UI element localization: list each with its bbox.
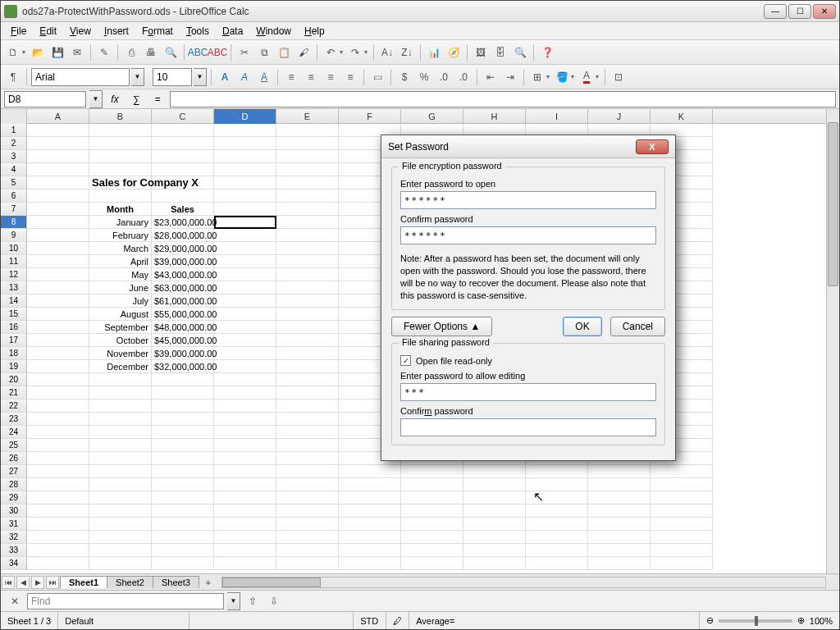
cell[interactable] xyxy=(463,504,526,518)
cell[interactable] xyxy=(89,452,152,465)
col-header-E[interactable]: E xyxy=(276,109,339,124)
menu-view[interactable]: View xyxy=(63,24,98,39)
edit-password-input[interactable] xyxy=(400,383,656,401)
cell[interactable] xyxy=(152,504,214,518)
cell[interactable] xyxy=(89,531,152,544)
borders-icon[interactable]: ⊞ xyxy=(528,68,546,86)
cell[interactable] xyxy=(152,124,214,137)
cell[interactable] xyxy=(588,531,651,544)
cell[interactable] xyxy=(339,557,401,570)
cell[interactable] xyxy=(152,373,214,386)
cell[interactable] xyxy=(214,203,276,216)
row-header[interactable]: 12 xyxy=(1,268,27,281)
new-icon[interactable]: 🗋 xyxy=(4,43,22,62)
cell[interactable]: Sales xyxy=(152,203,214,216)
gallery-icon[interactable]: 🖼 xyxy=(472,43,490,62)
row-header[interactable]: 17 xyxy=(1,334,27,347)
row-header[interactable]: 14 xyxy=(1,294,27,308)
col-header-I[interactable]: I xyxy=(526,109,588,124)
cell[interactable] xyxy=(152,399,214,413)
cell[interactable] xyxy=(276,426,339,439)
zoom-slider[interactable] xyxy=(719,619,792,623)
cell[interactable] xyxy=(152,189,214,203)
sum-icon[interactable]: ∑ xyxy=(127,91,145,107)
cell[interactable] xyxy=(276,281,339,294)
cell[interactable] xyxy=(651,518,713,531)
cell[interactable] xyxy=(214,242,276,255)
cell[interactable] xyxy=(214,229,276,242)
sort-desc-icon[interactable]: Z↓ xyxy=(398,43,416,62)
menu-insert[interactable]: Insert xyxy=(98,24,135,39)
cell[interactable] xyxy=(27,137,89,150)
cell[interactable] xyxy=(27,229,89,242)
align-right-icon[interactable]: ≡ xyxy=(322,68,340,86)
cell[interactable]: September xyxy=(89,321,152,334)
cell[interactable] xyxy=(89,150,152,163)
cell[interactable] xyxy=(588,478,651,491)
cell[interactable] xyxy=(651,478,713,491)
fontcolor-icon[interactable]: A xyxy=(578,68,596,86)
cell[interactable] xyxy=(276,334,339,347)
cell[interactable] xyxy=(339,518,401,531)
cell[interactable] xyxy=(27,347,89,360)
cell[interactable] xyxy=(89,413,152,426)
formula-input[interactable] xyxy=(170,91,836,107)
cell[interactable] xyxy=(651,465,713,478)
tab-sheet3[interactable]: Sheet3 xyxy=(153,576,199,588)
row-header[interactable]: 10 xyxy=(1,242,27,255)
cell[interactable] xyxy=(276,399,339,413)
cell[interactable] xyxy=(214,386,276,399)
cell[interactable]: February xyxy=(89,229,152,242)
menu-format[interactable]: Format xyxy=(135,24,180,39)
cell[interactable] xyxy=(152,557,214,570)
cell[interactable] xyxy=(526,518,588,531)
cell[interactable] xyxy=(651,491,713,504)
edit-icon[interactable]: ✎ xyxy=(95,43,113,62)
cell[interactable] xyxy=(27,518,89,531)
cell[interactable] xyxy=(276,268,339,281)
cell[interactable] xyxy=(401,518,463,531)
cell[interactable] xyxy=(214,518,276,531)
copy-icon[interactable]: ⧉ xyxy=(255,43,273,62)
cell[interactable] xyxy=(401,544,463,557)
cell[interactable] xyxy=(152,531,214,544)
cell[interactable] xyxy=(276,531,339,544)
cell[interactable]: $32,000,000.00 xyxy=(152,360,214,373)
help-icon[interactable]: ❓ xyxy=(538,43,556,62)
dialog-titlebar[interactable]: Set Password X xyxy=(381,135,675,158)
find-prev-icon[interactable]: ⇧ xyxy=(244,592,262,610)
cell[interactable] xyxy=(152,544,214,557)
cell[interactable] xyxy=(152,413,214,426)
cell[interactable]: May xyxy=(89,268,152,281)
cell[interactable]: Sales for Company X xyxy=(89,176,152,189)
cell[interactable] xyxy=(276,504,339,518)
cell[interactable] xyxy=(27,268,89,281)
format-paint-icon[interactable]: 🖌 xyxy=(294,43,313,62)
cell[interactable] xyxy=(214,137,276,150)
cell[interactable] xyxy=(401,557,463,570)
cell[interactable] xyxy=(89,426,152,439)
cell[interactable]: December xyxy=(89,360,152,373)
cell[interactable]: $29,000,000.00 xyxy=(152,242,214,255)
maximize-button[interactable]: ☐ xyxy=(788,4,811,19)
tab-nav-first-icon[interactable]: ⏮ xyxy=(2,576,15,589)
cell[interactable] xyxy=(27,203,89,216)
cell[interactable] xyxy=(27,544,89,557)
font-size-dropdown-icon[interactable]: ▼ xyxy=(194,68,207,86)
cell[interactable] xyxy=(89,478,152,491)
cell[interactable] xyxy=(463,518,526,531)
print-icon[interactable]: 🖶 xyxy=(142,43,160,62)
ok-button[interactable]: OK xyxy=(563,317,601,336)
cell[interactable] xyxy=(276,163,339,176)
col-header-H[interactable]: H xyxy=(463,109,526,124)
cell[interactable] xyxy=(276,308,339,321)
cell[interactable] xyxy=(152,478,214,491)
cell[interactable] xyxy=(276,229,339,242)
cell[interactable] xyxy=(27,242,89,255)
name-box-dropdown-icon[interactable]: ▼ xyxy=(89,90,103,108)
cell[interactable] xyxy=(588,557,651,570)
zoom-out-icon[interactable]: ⊖ xyxy=(706,615,714,626)
cell[interactable] xyxy=(276,189,339,203)
cell[interactable] xyxy=(526,465,588,478)
tab-nav-prev-icon[interactable]: ◀ xyxy=(16,576,30,589)
